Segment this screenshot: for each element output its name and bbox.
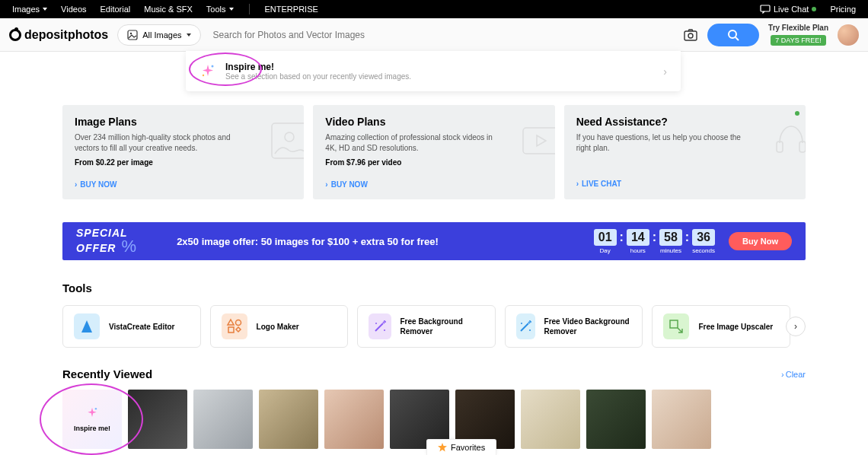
buy-now-link[interactable]: ›BUY NOW (75, 180, 292, 189)
plan-desc: If you have questions, let us help you c… (576, 132, 746, 154)
vistacreate-icon (74, 313, 100, 339)
offer-label: SPECIAL OFFER % (76, 228, 137, 255)
user-avatar[interactable] (838, 24, 859, 46)
thumb[interactable] (259, 390, 318, 449)
thumb[interactable] (586, 390, 646, 449)
caret-down-icon (187, 33, 191, 37)
thumb[interactable] (652, 390, 711, 449)
inspire-me-card[interactable]: Inspire me! (62, 390, 122, 449)
online-dot-icon (812, 7, 816, 11)
svg-rect-11 (523, 128, 555, 154)
tool-image-upscaler[interactable]: Free Image Upscaler (652, 305, 790, 348)
thumb[interactable] (193, 390, 253, 449)
tool-logo-maker[interactable]: Logo Maker (210, 305, 349, 348)
clear-link[interactable]: ›Clear (781, 370, 806, 379)
wand-icon (369, 313, 391, 339)
header: depositphotos All Images Try Flexible Pl… (0, 18, 868, 52)
offer-text: 2x50 image offer: 50 images for $100 + e… (177, 236, 439, 247)
nav-editorial[interactable]: Editorial (101, 5, 131, 14)
thumb[interactable] (128, 390, 187, 449)
svg-marker-14 (228, 320, 234, 325)
video-outline-icon (520, 120, 555, 161)
buy-now-button[interactable]: Buy Now (729, 232, 792, 250)
plan-title: Video Plans (325, 116, 542, 128)
tools-heading: Tools (62, 282, 806, 294)
svg-line-20 (521, 323, 528, 331)
wand-icon (516, 313, 535, 339)
svg-point-22 (529, 329, 531, 331)
thumb[interactable] (324, 390, 384, 449)
video-plans-card: Video Plans Amazing collection of profes… (313, 105, 554, 199)
plan-desc: Amazing collection of professional stock… (325, 132, 495, 154)
caret-down-icon (229, 8, 234, 11)
live-chat-link[interactable]: ›LIVE CHAT (576, 180, 793, 188)
divider (249, 4, 250, 14)
svg-point-19 (384, 329, 385, 331)
search-icon (727, 29, 739, 41)
tools-scroll-right[interactable]: › (786, 317, 806, 336)
thumb[interactable] (521, 390, 580, 449)
chevron-right-icon: › (663, 65, 667, 78)
favorites-button[interactable]: Favorites (426, 439, 496, 455)
caret-down-icon (43, 8, 47, 11)
svg-point-2 (130, 32, 132, 33)
buy-now-link[interactable]: ›BUY NOW (325, 180, 542, 189)
image-icon (127, 30, 138, 40)
svg-point-4 (688, 33, 693, 38)
svg-line-17 (375, 323, 383, 331)
recently-viewed-heading: Recently Viewed (62, 368, 152, 380)
nav-pricing[interactable]: Pricing (830, 5, 856, 14)
tool-bg-remover[interactable]: Free Background Remover (357, 305, 496, 348)
tool-video-bg-remover[interactable]: Free Video Background Remover (505, 305, 643, 348)
countdown: 01Day : 14hours : 58minutes : 36seconds (594, 229, 715, 254)
svg-point-5 (729, 30, 736, 38)
nav-music-sfx[interactable]: Music & SFX (144, 5, 193, 14)
upscale-icon (663, 313, 689, 339)
try-flexible-plan[interactable]: Try Flexible Plan 7 DAYS FREE! (768, 24, 828, 46)
svg-point-8 (203, 74, 204, 75)
live-chat-link[interactable]: Live Chat (760, 5, 816, 14)
category-dropdown[interactable]: All Images (117, 24, 200, 46)
online-dot-icon (795, 111, 799, 116)
nav-tools[interactable]: Tools (206, 5, 234, 14)
logo[interactable]: depositphotos (9, 28, 108, 42)
inspire-me-dropdown[interactable]: Inspire me! See a selection based on you… (186, 51, 681, 91)
tool-vistacreate[interactable]: VistaCreate Editor (62, 305, 201, 348)
shapes-icon (222, 313, 247, 339)
svg-rect-3 (685, 31, 697, 40)
sparkle-icon (199, 63, 216, 80)
assistance-card: Need Assistance? If you have questions, … (564, 105, 806, 199)
plan-desc: Over 234 million high-quality stock phot… (75, 132, 244, 154)
special-offer-banner: SPECIAL OFFER % 2x50 image offer: 50 ima… (62, 222, 806, 260)
visual-search-icon[interactable] (683, 27, 698, 43)
nav-enterprise[interactable]: ENTERPRISE (265, 5, 318, 14)
plan-title: Need Assistance? (576, 116, 793, 128)
svg-point-10 (285, 132, 294, 142)
svg-point-24 (95, 408, 97, 409)
sparkle-icon (85, 406, 99, 420)
svg-point-7 (212, 65, 214, 67)
chat-icon (760, 5, 771, 14)
top-nav: Images Videos Editorial Music & SFX Tool… (0, 0, 868, 18)
svg-point-18 (375, 323, 377, 324)
nav-images[interactable]: Images (12, 5, 47, 14)
search-input[interactable] (210, 25, 675, 45)
svg-line-6 (736, 37, 739, 40)
nav-videos[interactable]: Videos (61, 5, 86, 14)
svg-rect-13 (799, 142, 806, 152)
svg-rect-16 (228, 327, 234, 332)
plan-title: Image Plans (75, 116, 292, 128)
svg-rect-1 (128, 30, 137, 40)
image-plans-card: Image Plans Over 234 million high-qualit… (62, 105, 304, 199)
plan-price: From $7.96 per video (325, 158, 542, 167)
svg-rect-23 (670, 320, 678, 328)
svg-rect-0 (761, 5, 770, 11)
search-button[interactable] (707, 24, 759, 46)
logo-icon (9, 29, 21, 41)
tools-row: VistaCreate Editor Logo Maker Free Backg… (62, 305, 806, 348)
svg-point-21 (521, 323, 522, 324)
headset-outline-icon (771, 120, 806, 161)
svg-rect-12 (777, 142, 783, 152)
image-outline-icon (269, 120, 304, 161)
inspire-subtitle: See a selection based on your recently v… (225, 72, 411, 81)
